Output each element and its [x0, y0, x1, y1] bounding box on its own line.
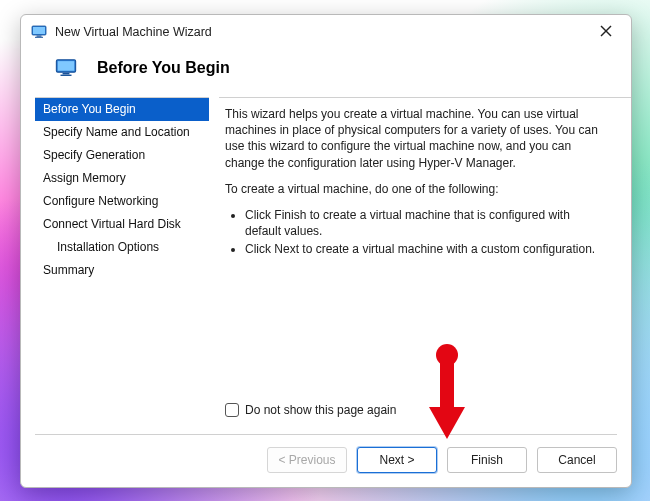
sidebar-item-configure-networking[interactable]: Configure Networking — [35, 190, 209, 213]
sidebar-item-specify-name-location[interactable]: Specify Name and Location — [35, 121, 209, 144]
wizard-window: New Virtual Machine Wizard Before You Be… — [20, 14, 632, 488]
button-label: < Previous — [278, 453, 335, 467]
bullet-list: Click Finish to create a virtual machine… — [239, 207, 603, 260]
svg-rect-1 — [33, 27, 45, 34]
page-title: Before You Begin — [97, 59, 230, 77]
wizard-body: Before You Begin Specify Name and Locati… — [21, 97, 631, 434]
sidebar-item-assign-memory[interactable]: Assign Memory — [35, 167, 209, 190]
sidebar-item-connect-vhd[interactable]: Connect Virtual Hard Disk — [35, 213, 209, 236]
bullet-item: Click Next to create a virtual machine w… — [245, 241, 603, 257]
previous-button: < Previous — [267, 447, 347, 473]
button-label: Next > — [379, 453, 414, 467]
checkbox-icon[interactable] — [225, 403, 239, 417]
close-icon — [600, 25, 612, 37]
svg-rect-7 — [58, 61, 75, 71]
content-spacer — [225, 270, 603, 402]
wizard-footer: < Previous Next > Finish Cancel — [21, 435, 631, 487]
sidebar-item-label: Specify Generation — [43, 148, 145, 162]
sidebar-item-label: Summary — [43, 263, 94, 277]
bullet-item: Click Finish to create a virtual machine… — [245, 207, 603, 239]
sidebar-item-summary[interactable]: Summary — [35, 259, 209, 282]
sidebar-item-specify-generation[interactable]: Specify Generation — [35, 144, 209, 167]
sidebar-item-label: Assign Memory — [43, 171, 126, 185]
wizard-header: Before You Begin — [21, 47, 631, 97]
button-label: Finish — [471, 453, 503, 467]
sidebar-item-label: Before You Begin — [43, 102, 136, 116]
do-not-show-again-row[interactable]: Do not show this page again — [225, 402, 603, 418]
cancel-button[interactable]: Cancel — [537, 447, 617, 473]
wizard-content: This wizard helps you create a virtual m… — [219, 97, 631, 434]
sidebar-item-before-you-begin[interactable]: Before You Begin — [35, 98, 209, 121]
close-button[interactable] — [591, 25, 621, 39]
sidebar-item-label: Installation Options — [57, 240, 159, 254]
app-icon — [31, 24, 47, 40]
titlebar: New Virtual Machine Wizard — [21, 15, 631, 47]
lead-text: To create a virtual machine, do one of t… — [225, 181, 603, 197]
header-monitor-icon — [55, 57, 77, 79]
window-title: New Virtual Machine Wizard — [55, 25, 591, 39]
svg-rect-9 — [61, 75, 72, 76]
finish-button[interactable]: Finish — [447, 447, 527, 473]
sidebar-item-label: Specify Name and Location — [43, 125, 190, 139]
wizard-sidebar: Before You Begin Specify Name and Locati… — [35, 97, 209, 434]
intro-text: This wizard helps you create a virtual m… — [225, 106, 603, 171]
next-button[interactable]: Next > — [357, 447, 437, 473]
sidebar-item-label: Connect Virtual Hard Disk — [43, 217, 181, 231]
svg-rect-3 — [35, 37, 43, 38]
svg-rect-8 — [63, 73, 70, 75]
sidebar-item-installation-options[interactable]: Installation Options — [35, 236, 209, 259]
checkbox-label: Do not show this page again — [245, 402, 396, 418]
button-label: Cancel — [558, 453, 595, 467]
sidebar-item-label: Configure Networking — [43, 194, 158, 208]
svg-rect-2 — [37, 36, 42, 37]
